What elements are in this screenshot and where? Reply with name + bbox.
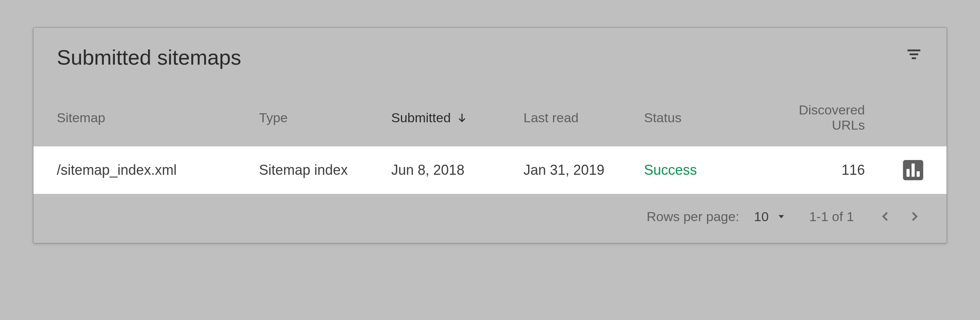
rows-per-page-value: 10 (754, 209, 769, 224)
column-header-sitemap[interactable]: Sitemap (57, 110, 259, 125)
cell-sitemap: /sitemap_index.xml (57, 162, 259, 178)
filter-button[interactable] (905, 45, 923, 64)
pagination-range: 1-1 of 1 (809, 209, 854, 224)
column-header-type[interactable]: Type (259, 110, 391, 125)
svg-marker-4 (779, 215, 784, 218)
svg-rect-2 (912, 57, 916, 59)
card-header: Submitted sitemaps (33, 28, 947, 81)
bar-chart-icon (906, 169, 910, 177)
sitemaps-card: Submitted sitemaps Sitemap Type Submitte… (33, 27, 947, 243)
column-header-status[interactable]: Status (644, 110, 780, 125)
svg-rect-0 (908, 49, 920, 51)
next-page-button[interactable] (905, 207, 923, 225)
cell-type: Sitemap index (259, 162, 391, 178)
column-header-lastread[interactable]: Last read (523, 110, 644, 125)
column-header-discovered[interactable]: Discovered URLs (780, 102, 900, 133)
column-header-submitted-label: Submitted (391, 110, 451, 125)
cell-discovered: 116 (780, 162, 900, 178)
prev-page-button[interactable] (877, 207, 894, 225)
cell-action (900, 160, 923, 180)
table-row[interactable]: /sitemap_index.xml Sitemap index Jun 8, … (33, 146, 947, 194)
column-header-submitted[interactable]: Submitted (391, 110, 523, 125)
rows-per-page-select[interactable]: 10 (754, 209, 787, 224)
filter-icon (905, 46, 922, 63)
cell-lastread: Jan 31, 2019 (523, 162, 644, 178)
cell-status: Success (644, 162, 780, 178)
chevron-left-icon (879, 210, 892, 223)
table-header-row: Sitemap Type Submitted Last read Status … (33, 81, 947, 146)
cell-submitted: Jun 8, 2018 (391, 162, 523, 178)
svg-rect-1 (910, 53, 918, 55)
dropdown-icon (776, 211, 787, 222)
chevron-right-icon (908, 210, 921, 223)
rows-per-page-label: Rows per page: (647, 209, 739, 224)
view-coverage-button[interactable] (903, 160, 923, 180)
sort-down-icon (456, 112, 468, 123)
pagination-bar: Rows per page: 10 1-1 of 1 (33, 194, 947, 243)
card-title: Submitted sitemaps (57, 45, 241, 69)
